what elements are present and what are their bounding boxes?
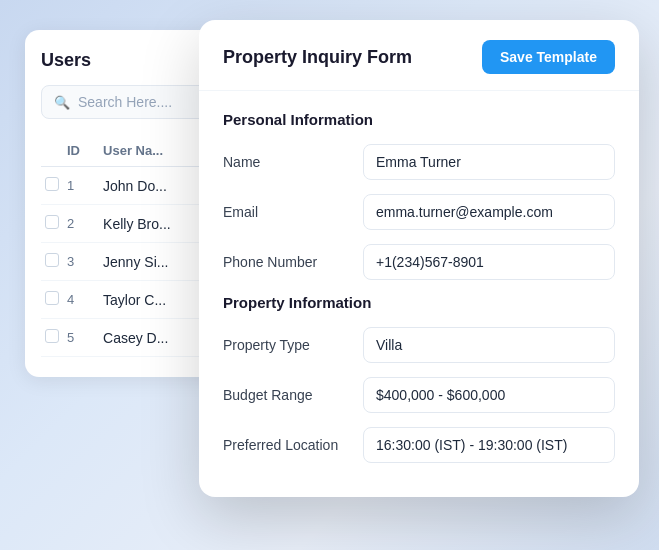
form-row-0-2: Phone Number+1(234)567-8901	[223, 244, 615, 280]
form-value-1-1[interactable]: $400,000 - $600,000	[363, 377, 615, 413]
form-row-1-2: Preferred Location16:30:00 (IST) - 19:30…	[223, 427, 615, 463]
form-label-0-2: Phone Number	[223, 254, 363, 270]
modal-overlay: Property Inquiry Form Save Template Pers…	[0, 0, 659, 550]
form-value-0-1[interactable]: emma.turner@example.com	[363, 194, 615, 230]
section-heading-0: Personal Information	[223, 111, 615, 128]
form-label-1-1: Budget Range	[223, 387, 363, 403]
form-value-1-0[interactable]: Villa	[363, 327, 615, 363]
form-label-0-0: Name	[223, 154, 363, 170]
modal-title: Property Inquiry Form	[223, 47, 412, 68]
section-heading-1: Property Information	[223, 294, 615, 311]
form-row-0-1: Emailemma.turner@example.com	[223, 194, 615, 230]
save-template-button[interactable]: Save Template	[482, 40, 615, 74]
modal-body: Personal InformationNameEmma TurnerEmail…	[199, 91, 639, 497]
form-label-1-0: Property Type	[223, 337, 363, 353]
form-row-1-1: Budget Range$400,000 - $600,000	[223, 377, 615, 413]
property-inquiry-modal: Property Inquiry Form Save Template Pers…	[199, 20, 639, 497]
form-row-1-0: Property TypeVilla	[223, 327, 615, 363]
form-label-1-2: Preferred Location	[223, 437, 363, 453]
form-value-0-2[interactable]: +1(234)567-8901	[363, 244, 615, 280]
form-row-0-0: NameEmma Turner	[223, 144, 615, 180]
form-label-0-1: Email	[223, 204, 363, 220]
form-value-1-2[interactable]: 16:30:00 (IST) - 19:30:00 (IST)	[363, 427, 615, 463]
modal-header: Property Inquiry Form Save Template	[199, 20, 639, 91]
form-value-0-0[interactable]: Emma Turner	[363, 144, 615, 180]
